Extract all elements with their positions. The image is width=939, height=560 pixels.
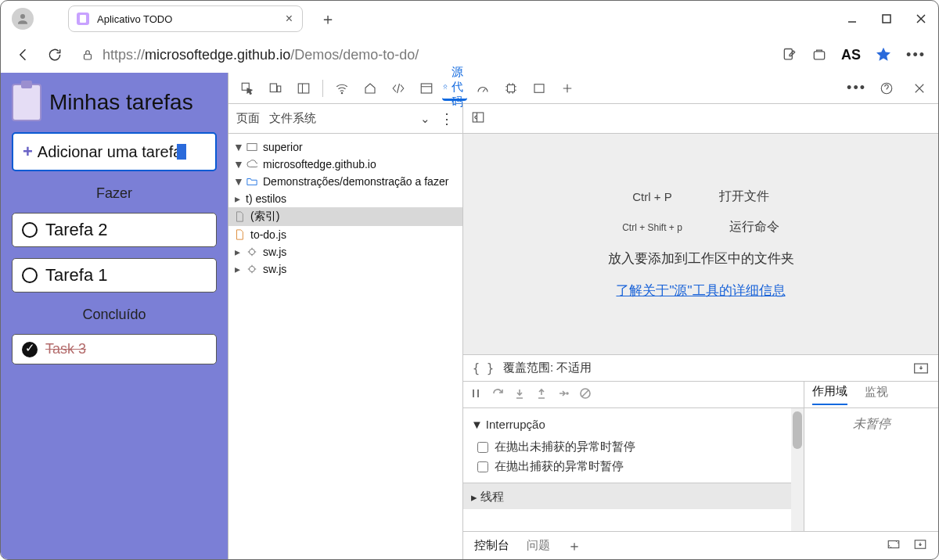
pretty-print-icon[interactable]: { }	[473, 361, 494, 375]
issues-drawer-tab[interactable]: 问题	[527, 538, 550, 553]
tree-sw2[interactable]: ▸sw.js	[228, 260, 462, 278]
file-navigator-tabs: 页面 文件系统 ⌄ ⋮	[228, 104, 462, 134]
breakpoints-header[interactable]: ▼Interrupção	[471, 418, 796, 431]
step-into-icon[interactable]	[513, 387, 526, 402]
profile-avatar[interactable]	[12, 8, 34, 30]
watch-tab[interactable]: 监视	[865, 385, 888, 404]
application-icon[interactable]	[414, 76, 439, 101]
new-tab-button[interactable]: ＋	[320, 9, 336, 30]
run-command-label: 运行命令	[729, 219, 779, 235]
svg-rect-6	[277, 86, 281, 92]
chevron-down-icon[interactable]: ⌄	[420, 112, 430, 126]
svg-rect-5	[270, 84, 276, 92]
debugger-pane: ▼Interrupção 在抛出未捕获的异常时暂停 在抛出捕获的异常时暂停 ▸线…	[463, 381, 938, 531]
maximize-button[interactable]	[880, 13, 893, 25]
pause-caught-checkbox[interactable]: 在抛出捕获的异常时暂停	[471, 457, 796, 476]
console-drawer-tab[interactable]: 控制台	[474, 538, 509, 553]
task-item[interactable]: Tarefa 1	[12, 258, 217, 293]
task-checkbox[interactable]	[22, 267, 38, 283]
step-out-icon[interactable]	[535, 387, 548, 402]
download-icon[interactable]	[913, 362, 929, 375]
tree-folder[interactable]: ▼Demonstrações/demonstração a fazer	[228, 173, 462, 190]
learn-more-link[interactable]: 了解关于"源"工具的详细信息	[616, 282, 785, 300]
done-section-label: Concluído	[12, 307, 217, 323]
threads-header[interactable]: ▸线程	[463, 483, 804, 509]
pause-uncaught-checkbox[interactable]: 在抛出未捕获的异常时暂停	[471, 437, 796, 457]
svg-rect-14	[247, 144, 257, 151]
address-bar: https://microsoftedge.github.io/Demos/de…	[1, 37, 938, 73]
editor-header	[463, 104, 938, 134]
browser-tab[interactable]: Aplicativo TODO ×	[68, 5, 303, 32]
toggle-navigator-icon[interactable]	[471, 110, 485, 127]
tree-root[interactable]: ▼superior	[228, 138, 462, 156]
drawer-tabs: 控制台 问题 ＋	[463, 531, 938, 559]
step-icon[interactable]	[557, 387, 570, 402]
page-tab[interactable]: 页面	[236, 111, 260, 126]
task-text: Task 3	[45, 341, 86, 357]
todo-app-panel: Minhas tarefas + Adicionar uma tarefa Fa…	[1, 73, 228, 559]
run-command-shortcut: Ctrl + Shift + p	[622, 222, 682, 233]
profile-initials[interactable]: AS	[841, 47, 861, 63]
tab-title: Aplicativo TODO	[97, 13, 172, 25]
refresh-button[interactable]	[45, 45, 65, 65]
editor-pane: Ctrl + P打开文件 Ctrl + Shift + p运行命令 放入要添加到…	[463, 104, 938, 559]
navigator-menu-icon[interactable]: ⋮	[440, 110, 455, 127]
close-window-button[interactable]	[915, 13, 927, 25]
back-button[interactable]	[13, 45, 34, 65]
url-display[interactable]: https://microsoftedge.github.io/Demos/de…	[81, 47, 419, 63]
tree-file-index[interactable]: (索引)	[228, 207, 462, 226]
tab-close-icon[interactable]: ×	[286, 12, 293, 26]
devtools-toolbar: 源代码 •••	[228, 73, 938, 104]
scope-body: 未暂停	[804, 408, 938, 531]
favorite-star-icon[interactable]	[875, 46, 892, 63]
home-icon[interactable]	[358, 76, 383, 101]
scope-tab[interactable]: 作用域	[812, 384, 847, 405]
svg-rect-11	[508, 84, 515, 92]
plus-icon: +	[23, 142, 33, 162]
svg-rect-21	[888, 541, 899, 548]
help-icon[interactable]	[874, 76, 899, 101]
filesystem-tab[interactable]: 文件系统	[269, 111, 316, 126]
debug-controls	[463, 382, 804, 408]
minimize-button[interactable]	[846, 13, 858, 25]
add-drawer-tab[interactable]: ＋	[567, 537, 581, 555]
task-item[interactable]: Tarefa 2	[12, 213, 217, 247]
memory-icon[interactable]	[498, 76, 523, 101]
svg-point-10	[444, 85, 446, 88]
device-toggle-icon[interactable]	[263, 76, 288, 101]
add-tab-icon[interactable]	[555, 76, 580, 101]
drawer-dock-icon[interactable]	[913, 537, 927, 554]
svg-rect-9	[421, 84, 432, 93]
svg-rect-17	[473, 113, 484, 122]
tree-sw1[interactable]: ▸sw.js	[228, 243, 462, 260]
performance-icon[interactable]	[470, 76, 495, 101]
text-cursor	[177, 144, 186, 160]
more-tabs-icon[interactable]	[527, 76, 552, 101]
tree-file-todojs[interactable]: to-do.js	[228, 226, 462, 243]
pause-button[interactable]	[470, 387, 482, 402]
scrollbar[interactable]	[791, 408, 804, 531]
inspect-element-icon[interactable]	[235, 76, 260, 101]
svg-point-8	[341, 92, 343, 94]
network-conditions-icon[interactable]	[329, 76, 354, 101]
deactivate-breakpoints-icon[interactable]	[579, 387, 592, 402]
step-over-icon[interactable]	[491, 387, 504, 402]
drawer-expand-icon[interactable]	[887, 537, 901, 554]
browser-menu-icon[interactable]: •••	[906, 47, 926, 63]
tree-styles[interactable]: ▸t) estilos	[228, 190, 462, 207]
coverage-label: 覆盖范围: 不适用	[503, 361, 592, 375]
elements-icon[interactable]	[386, 76, 411, 101]
task-item-done[interactable]: Task 3	[12, 334, 217, 364]
close-devtools-icon[interactable]	[907, 76, 932, 101]
devtools-menu-icon[interactable]: •••	[847, 80, 866, 96]
clipboard-icon	[12, 84, 41, 121]
task-checkbox-checked[interactable]	[22, 342, 38, 357]
tree-host[interactable]: ▼microsoftedge.github.io	[228, 156, 462, 173]
sources-tab-label: 源代码	[452, 65, 467, 109]
panel-toggle-icon[interactable]	[291, 76, 316, 101]
add-task-input[interactable]: + Adicionar uma tarefa	[12, 132, 217, 171]
app-install-icon[interactable]	[811, 47, 827, 63]
sources-tab[interactable]: 源代码	[442, 76, 467, 101]
task-checkbox[interactable]	[22, 222, 38, 238]
edit-page-icon[interactable]	[782, 47, 797, 63]
